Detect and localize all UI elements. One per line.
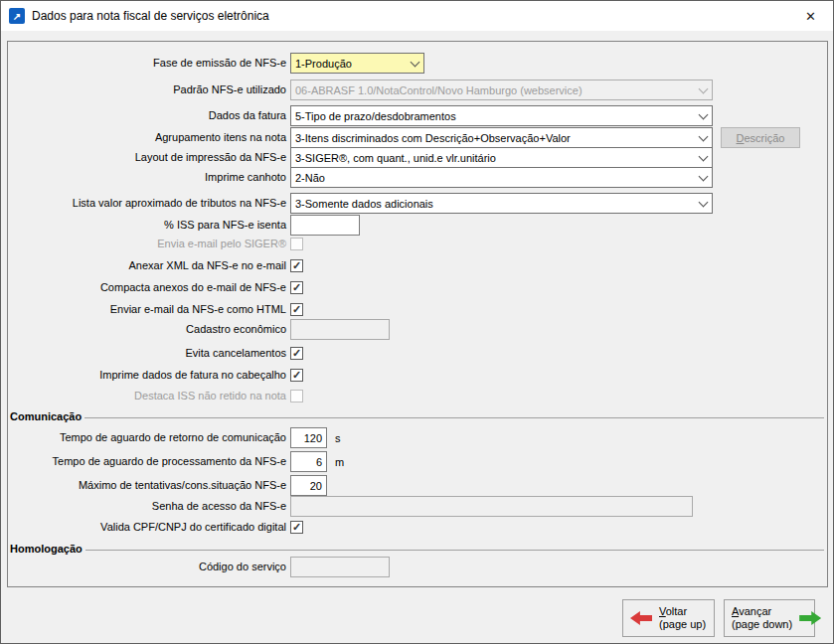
combobox-value: 5-Tipo de prazo/desdobramentos	[291, 110, 694, 122]
form-row: Dados da fatura5-Tipo de prazo/desdobram…	[8, 105, 827, 126]
enviar-e-mail-da-nfs-e-como-html-checkbox[interactable]: ✓	[290, 303, 303, 316]
lista-valor-aproximado-de-tributos-na-nfs-e-combobox[interactable]: 3-Somente dados adicionais	[290, 193, 713, 214]
form-row: Cadastro econômico	[8, 319, 827, 340]
c-digo-do-servi-o-label: Código do serviço	[8, 561, 286, 573]
envia-e-mail-pelo-siger-checkbox	[290, 238, 303, 250]
window-title: Dados para nota fiscal de serviços eletr…	[32, 9, 269, 23]
form-row: Valida CPF/CNPJ do certificado digital✓	[8, 520, 827, 535]
enviar-e-mail-da-nfs-e-como-html-label: Enviar e-mail da NFS-e como HTML	[8, 303, 286, 316]
iss-para-nfs-e-isenta-input[interactable]	[290, 215, 360, 236]
section-comunicacao: Comunicação	[10, 409, 824, 423]
c-digo-do-servi-o-input	[290, 557, 390, 577]
check-icon: ✓	[292, 282, 301, 293]
form-row: Destaca ISS não retido na nota	[8, 389, 827, 403]
agrupamento-itens-na-nota-label: Agrupamento itens na nota	[8, 131, 286, 144]
arrow-left-icon	[630, 611, 652, 625]
combobox-value: 1-Produção	[291, 58, 406, 70]
chevron-down-icon	[694, 80, 712, 99]
dialog-window: ↗ Dados para nota fiscal de serviços ele…	[0, 0, 834, 644]
evita-cancelamentos-label: Evita cancelamentos	[8, 347, 286, 360]
form-row: % ISS para NFS-e isenta	[8, 215, 827, 236]
cadastro-econ-mico-input	[290, 319, 390, 340]
fase-de-emiss-o-de-nfs-e-combobox[interactable]: 1-Produção	[290, 53, 424, 74]
close-icon[interactable]: ✕	[788, 2, 833, 31]
tempo-de-aguardo-de-processamento-da-nfs-e-label: Tempo de aguardo de processamento da NFS…	[8, 455, 286, 468]
form-row: Lista valor aproximado de tributos na NF…	[8, 193, 827, 214]
form-row: Evita cancelamentos✓	[8, 346, 827, 361]
padr-o-nfs-e-utilizado-combobox: 06-ABRASF 1.0/NotaControl/Novo Hamburgo …	[290, 80, 713, 100]
senha-de-acesso-da-nfs-e-input	[290, 496, 693, 517]
chevron-down-icon	[694, 148, 712, 167]
chevron-down-icon	[694, 128, 712, 147]
check-icon: ✓	[292, 522, 301, 533]
fase-de-emiss-o-de-nfs-e-label: Fase de emissão de NFS-e	[8, 57, 286, 70]
form-row: Envia e-mail pelo SIGER®	[8, 237, 827, 251]
form-row: Anexar XML da NFS-e no e-mail✓	[8, 258, 827, 273]
form-row: Máximo de tentativas/cons.situação NFS-e…	[8, 475, 827, 496]
section-title: Comunicação	[10, 410, 82, 422]
section-homologacao: Homologação	[10, 542, 824, 556]
tempo-de-aguardo-de-processamento-da-nfs-e-input[interactable]: 6	[290, 451, 327, 472]
evita-cancelamentos-checkbox[interactable]: ✓	[290, 347, 303, 360]
layout-de-impress-o-da-nfs-e-label: Layout de impressão da NFS-e	[8, 151, 286, 164]
valida-cpf-cnpj-do-certificado-digital-checkbox[interactable]: ✓	[290, 521, 303, 534]
agrupamento-itens-na-nota-combobox[interactable]: 3-Itens discriminados com Descrição+Obse…	[290, 127, 713, 148]
imprime-canhoto-combobox[interactable]: 2-Não	[290, 167, 713, 188]
imprime-dados-de-fatura-no-cabe-alho-label: Imprime dados de fatura no cabeçalho	[8, 369, 286, 382]
section-divider	[85, 550, 824, 551]
anexar-xml-da-nfs-e-no-e-mail-checkbox[interactable]: ✓	[290, 259, 303, 272]
voltar-label: Voltar	[659, 605, 687, 617]
form-row: Compacta anexos do e-mail de NFS-e✓	[8, 280, 827, 295]
iss-para-nfs-e-isenta-label: % ISS para NFS-e isenta	[8, 219, 286, 232]
imprime-canhoto-label: Imprime canhoto	[8, 171, 286, 184]
chevron-down-icon	[406, 54, 423, 73]
form-row: Imprime dados de fatura no cabeçalho✓	[8, 368, 827, 383]
senha-de-acesso-da-nfs-e-label: Senha de acesso da NFS-e	[8, 500, 286, 513]
chevron-down-icon	[694, 106, 712, 125]
imprime-dados-de-fatura-no-cabe-alho-checkbox[interactable]: ✓	[290, 369, 303, 382]
dados-da-fatura-label: Dados da fatura	[8, 109, 286, 122]
destaca-iss-n-o-retido-na-nota-label: Destaca ISS não retido na nota	[8, 390, 286, 402]
unit-suffix: s	[335, 432, 341, 444]
tempo-de-aguardo-de-retorno-de-comunica-o-input[interactable]: 120	[290, 427, 327, 448]
combobox-value: 3-SIGER®, com quant., unid.e vlr.unitári…	[291, 152, 694, 164]
dados-da-fatura-combobox[interactable]: 5-Tipo de prazo/desdobramentos	[290, 105, 713, 126]
layout-de-impress-o-da-nfs-e-combobox[interactable]: 3-SIGER®, com quant., unid.e vlr.unitári…	[290, 147, 713, 168]
section-title: Homologação	[10, 543, 83, 555]
check-icon: ✓	[292, 304, 301, 315]
envia-e-mail-pelo-siger-label: Envia e-mail pelo SIGER®	[8, 238, 286, 250]
voltar-button[interactable]: Voltar (page up)	[622, 599, 715, 637]
section-divider	[84, 417, 824, 418]
check-icon: ✓	[292, 370, 301, 381]
m-ximo-de-tentativas-cons-situa-o-nfs-e-label: Máximo de tentativas/cons.situação NFS-e	[8, 479, 286, 492]
form-row: Enviar e-mail da NFS-e como HTML✓	[8, 302, 827, 317]
app-icon: ↗	[9, 8, 25, 24]
compacta-anexos-do-e-mail-de-nfs-e-label: Compacta anexos do e-mail de NFS-e	[8, 281, 286, 294]
chevron-down-icon	[694, 194, 712, 213]
avancar-button[interactable]: Avançar (page down)	[724, 599, 815, 637]
tempo-de-aguardo-de-retorno-de-comunica-o-label: Tempo de aguardo de retorno de comunicaç…	[8, 431, 286, 444]
chevron-down-icon	[694, 168, 712, 187]
lista-valor-aproximado-de-tributos-na-nfs-e-label: Lista valor aproximado de tributos na NF…	[8, 197, 286, 210]
form-row: Código do serviço	[8, 557, 827, 577]
cadastro-econ-mico-label: Cadastro econômico	[8, 323, 286, 336]
arrow-right-icon	[799, 611, 821, 625]
m-ximo-de-tentativas-cons-situa-o-nfs-e-input[interactable]: 20	[290, 475, 327, 496]
form-row: Tempo de aguardo de processamento da NFS…	[8, 451, 827, 472]
compacta-anexos-do-e-mail-de-nfs-e-checkbox[interactable]: ✓	[290, 281, 303, 294]
form-panel: Fase de emissão de NFS-e1-ProduçãoPadrão…	[7, 41, 828, 587]
combobox-value: 06-ABRASF 1.0/NotaControl/Novo Hamburgo …	[291, 84, 694, 96]
anexar-xml-da-nfs-e-no-e-mail-label: Anexar XML da NFS-e no e-mail	[8, 259, 286, 272]
valida-cpf-cnpj-do-certificado-digital-label: Valida CPF/CNPJ do certificado digital	[8, 521, 286, 534]
avancar-sublabel: (page down)	[732, 618, 792, 630]
check-icon: ✓	[292, 260, 301, 271]
avancar-label: Avançar	[732, 605, 771, 617]
form-row: Padrão NFS-e utilizado06-ABRASF 1.0/Nota…	[8, 80, 827, 100]
titlebar[interactable]: ↗ Dados para nota fiscal de serviços ele…	[1, 1, 833, 31]
descri-o-button: Descrição	[721, 127, 800, 148]
form-row: Tempo de aguardo de retorno de comunicaç…	[8, 427, 827, 448]
form-row: Imprime canhoto2-Não	[8, 167, 827, 188]
form-row: Layout de impressão da NFS-e3-SIGER®, co…	[8, 147, 827, 168]
voltar-sublabel: (page up)	[659, 618, 706, 630]
combobox-value: 2-Não	[291, 172, 694, 184]
